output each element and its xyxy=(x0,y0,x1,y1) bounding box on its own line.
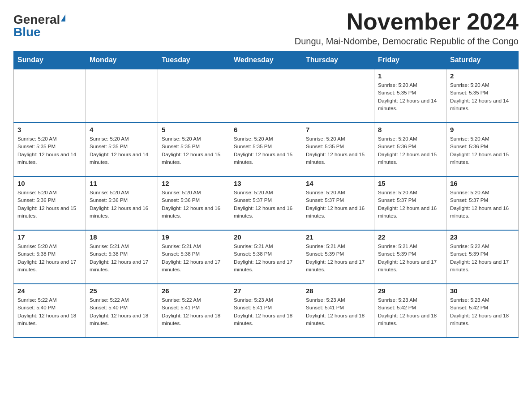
day-number: 22 xyxy=(378,233,442,241)
day-info: Sunrise: 5:22 AMSunset: 5:40 PMDaylight:… xyxy=(17,296,82,327)
calendar-cell: 29Sunrise: 5:23 AMSunset: 5:42 PMDayligh… xyxy=(374,284,446,338)
day-info: Sunrise: 5:20 AMSunset: 5:36 PMDaylight:… xyxy=(90,189,154,220)
logo-general-text: General xyxy=(13,13,60,26)
day-number: 15 xyxy=(378,180,442,187)
calendar-week-row: 1Sunrise: 5:20 AMSunset: 5:35 PMDaylight… xyxy=(14,69,519,123)
calendar-cell: 12Sunrise: 5:20 AMSunset: 5:36 PMDayligh… xyxy=(158,176,230,230)
day-number: 18 xyxy=(90,233,154,241)
day-info: Sunrise: 5:21 AMSunset: 5:38 PMDaylight:… xyxy=(234,243,298,274)
calendar-cell: 27Sunrise: 5:23 AMSunset: 5:41 PMDayligh… xyxy=(230,284,302,338)
day-number: 23 xyxy=(450,233,515,241)
day-number: 5 xyxy=(162,126,226,133)
day-number: 19 xyxy=(162,233,226,241)
day-info: Sunrise: 5:20 AMSunset: 5:37 PMDaylight:… xyxy=(234,189,298,220)
calendar-week-row: 17Sunrise: 5:20 AMSunset: 5:38 PMDayligh… xyxy=(14,230,519,284)
day-info: Sunrise: 5:23 AMSunset: 5:42 PMDaylight:… xyxy=(450,296,515,327)
calendar-header-tuesday: Tuesday xyxy=(158,51,230,69)
day-number: 26 xyxy=(162,287,226,295)
day-number: 12 xyxy=(162,180,226,187)
day-number: 6 xyxy=(234,126,298,133)
title-block: November 2024 Dungu, Mai-Ndombe, Democra… xyxy=(295,9,519,47)
calendar-cell: 21Sunrise: 5:21 AMSunset: 5:39 PMDayligh… xyxy=(302,230,374,284)
calendar-cell: 5Sunrise: 5:20 AMSunset: 5:35 PMDaylight… xyxy=(158,123,230,176)
day-info: Sunrise: 5:22 AMSunset: 5:39 PMDaylight:… xyxy=(450,243,515,274)
calendar-cell xyxy=(86,69,158,123)
calendar-cell: 6Sunrise: 5:20 AMSunset: 5:35 PMDaylight… xyxy=(230,123,302,176)
day-info: Sunrise: 5:20 AMSunset: 5:36 PMDaylight:… xyxy=(17,189,82,220)
day-number: 2 xyxy=(450,72,515,80)
calendar-cell: 3Sunrise: 5:20 AMSunset: 5:35 PMDaylight… xyxy=(14,123,86,176)
calendar-cell: 22Sunrise: 5:21 AMSunset: 5:39 PMDayligh… xyxy=(374,230,446,284)
day-info: Sunrise: 5:20 AMSunset: 5:37 PMDaylight:… xyxy=(306,189,370,220)
day-info: Sunrise: 5:20 AMSunset: 5:35 PMDaylight:… xyxy=(234,135,298,166)
calendar-cell xyxy=(230,69,302,123)
page-header: General Blue November 2024 Dungu, Mai-Nd… xyxy=(13,9,519,47)
calendar-cell: 30Sunrise: 5:23 AMSunset: 5:42 PMDayligh… xyxy=(446,284,519,338)
calendar-cell xyxy=(158,69,230,123)
day-info: Sunrise: 5:20 AMSunset: 5:37 PMDaylight:… xyxy=(450,189,515,220)
day-info: Sunrise: 5:21 AMSunset: 5:38 PMDaylight:… xyxy=(162,243,226,274)
day-number: 21 xyxy=(306,233,370,241)
day-number: 11 xyxy=(90,180,154,187)
calendar-cell: 13Sunrise: 5:20 AMSunset: 5:37 PMDayligh… xyxy=(230,176,302,230)
day-number: 24 xyxy=(17,287,82,295)
calendar-cell: 28Sunrise: 5:23 AMSunset: 5:41 PMDayligh… xyxy=(302,284,374,338)
day-number: 1 xyxy=(378,72,442,80)
calendar-cell: 2Sunrise: 5:20 AMSunset: 5:35 PMDaylight… xyxy=(446,69,519,123)
day-info: Sunrise: 5:20 AMSunset: 5:36 PMDaylight:… xyxy=(162,189,226,220)
calendar-cell: 1Sunrise: 5:20 AMSunset: 5:35 PMDaylight… xyxy=(374,69,446,123)
calendar-header-row: SundayMondayTuesdayWednesdayThursdayFrid… xyxy=(14,51,519,69)
day-info: Sunrise: 5:20 AMSunset: 5:37 PMDaylight:… xyxy=(378,189,442,220)
logo-blue-text: Blue xyxy=(13,26,41,39)
calendar-cell: 24Sunrise: 5:22 AMSunset: 5:40 PMDayligh… xyxy=(14,284,86,338)
calendar-cell: 14Sunrise: 5:20 AMSunset: 5:37 PMDayligh… xyxy=(302,176,374,230)
day-number: 25 xyxy=(90,287,154,295)
day-info: Sunrise: 5:20 AMSunset: 5:36 PMDaylight:… xyxy=(450,135,515,166)
calendar-header-thursday: Thursday xyxy=(302,51,374,69)
calendar-header-friday: Friday xyxy=(374,51,446,69)
day-info: Sunrise: 5:23 AMSunset: 5:42 PMDaylight:… xyxy=(378,296,442,327)
day-number: 29 xyxy=(378,287,442,295)
day-info: Sunrise: 5:20 AMSunset: 5:35 PMDaylight:… xyxy=(450,81,515,112)
day-number: 20 xyxy=(234,233,298,241)
calendar-cell xyxy=(14,69,86,123)
calendar-header-saturday: Saturday xyxy=(446,51,519,69)
calendar-cell: 23Sunrise: 5:22 AMSunset: 5:39 PMDayligh… xyxy=(446,230,519,284)
day-info: Sunrise: 5:21 AMSunset: 5:38 PMDaylight:… xyxy=(90,243,154,274)
calendar-header-sunday: Sunday xyxy=(14,51,86,69)
day-number: 3 xyxy=(17,126,82,133)
day-number: 13 xyxy=(234,180,298,187)
day-info: Sunrise: 5:20 AMSunset: 5:38 PMDaylight:… xyxy=(17,243,82,274)
day-info: Sunrise: 5:23 AMSunset: 5:41 PMDaylight:… xyxy=(306,296,370,327)
day-info: Sunrise: 5:20 AMSunset: 5:36 PMDaylight:… xyxy=(378,135,442,166)
day-number: 8 xyxy=(378,126,442,133)
day-number: 9 xyxy=(450,126,515,133)
calendar-cell: 25Sunrise: 5:22 AMSunset: 5:40 PMDayligh… xyxy=(86,284,158,338)
day-number: 28 xyxy=(306,287,370,295)
logo: General Blue xyxy=(13,13,65,39)
day-info: Sunrise: 5:20 AMSunset: 5:35 PMDaylight:… xyxy=(17,135,82,166)
day-info: Sunrise: 5:20 AMSunset: 5:35 PMDaylight:… xyxy=(306,135,370,166)
calendar-cell: 17Sunrise: 5:20 AMSunset: 5:38 PMDayligh… xyxy=(14,230,86,284)
day-info: Sunrise: 5:21 AMSunset: 5:39 PMDaylight:… xyxy=(306,243,370,274)
calendar-cell: 20Sunrise: 5:21 AMSunset: 5:38 PMDayligh… xyxy=(230,230,302,284)
calendar-table: SundayMondayTuesdayWednesdayThursdayFrid… xyxy=(13,51,519,338)
calendar-week-row: 10Sunrise: 5:20 AMSunset: 5:36 PMDayligh… xyxy=(14,176,519,230)
day-info: Sunrise: 5:20 AMSunset: 5:35 PMDaylight:… xyxy=(378,81,442,112)
day-info: Sunrise: 5:20 AMSunset: 5:35 PMDaylight:… xyxy=(162,135,226,166)
calendar-cell: 4Sunrise: 5:20 AMSunset: 5:35 PMDaylight… xyxy=(86,123,158,176)
day-number: 17 xyxy=(17,233,82,241)
day-info: Sunrise: 5:22 AMSunset: 5:41 PMDaylight:… xyxy=(162,296,226,327)
calendar-cell: 11Sunrise: 5:20 AMSunset: 5:36 PMDayligh… xyxy=(86,176,158,230)
calendar-cell: 15Sunrise: 5:20 AMSunset: 5:37 PMDayligh… xyxy=(374,176,446,230)
calendar-cell: 18Sunrise: 5:21 AMSunset: 5:38 PMDayligh… xyxy=(86,230,158,284)
day-number: 27 xyxy=(234,287,298,295)
calendar-cell: 7Sunrise: 5:20 AMSunset: 5:35 PMDaylight… xyxy=(302,123,374,176)
month-title: November 2024 xyxy=(295,9,519,34)
calendar-header-monday: Monday xyxy=(86,51,158,69)
day-number: 30 xyxy=(450,287,515,295)
calendar-header-wednesday: Wednesday xyxy=(230,51,302,69)
day-info: Sunrise: 5:20 AMSunset: 5:35 PMDaylight:… xyxy=(90,135,154,166)
calendar-cell: 26Sunrise: 5:22 AMSunset: 5:41 PMDayligh… xyxy=(158,284,230,338)
day-number: 14 xyxy=(306,180,370,187)
